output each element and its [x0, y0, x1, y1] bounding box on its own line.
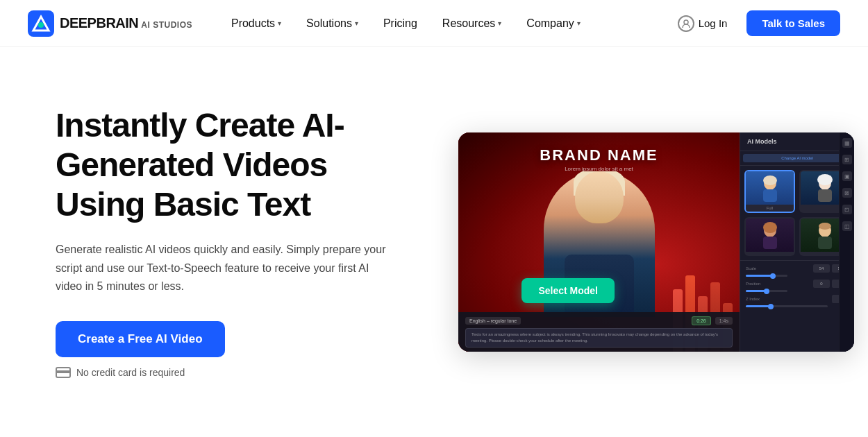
nav-item-company[interactable]: Company ▾	[515, 12, 591, 35]
navbar: DEEPBRAIN AI STUDIOS Products ▾ Solution…	[0, 0, 868, 47]
chevron-down-icon: ▾	[355, 19, 358, 27]
model-card-3[interactable]	[744, 217, 795, 256]
logo[interactable]: DEEPBRAIN AI STUDIOS	[28, 10, 192, 37]
position-x-input[interactable]: 0	[813, 280, 830, 288]
nav-item-pricing[interactable]: Pricing	[372, 12, 428, 35]
preview-controls: English – regular tone 0:26 1:4s Texts f…	[458, 312, 740, 352]
no-credit-card-notice: No credit card is required	[56, 367, 417, 378]
svg-rect-9	[818, 189, 832, 202]
preview-brand-overlay: BRAND NAME Lorem ipsum dolor sit a met	[458, 146, 740, 172]
time-badge-2: 1:4s	[715, 317, 733, 325]
nav-links: Products ▾ Solutions ▾ Pricing Resources…	[220, 12, 669, 35]
logo-brand: DEEPBRAIN	[60, 15, 138, 31]
preview-script-text[interactable]: Texts for an amazingness where subject i…	[465, 328, 733, 348]
svg-point-5	[763, 175, 777, 185]
nav-item-products[interactable]: Products ▾	[220, 12, 292, 35]
nav-item-resources[interactable]: Resources ▾	[431, 12, 512, 35]
scale-x-input[interactable]: 54	[813, 264, 830, 273]
hero-title: Instantly Create AI-Generated Videos Usi…	[56, 106, 417, 224]
scale-slider[interactable]	[746, 275, 787, 277]
app-preview: BRAND NAME Lorem ipsum dolor sit a met	[458, 132, 854, 352]
logo-sub: AI STUDIOS	[141, 20, 192, 30]
login-button[interactable]: Log In	[669, 10, 736, 37]
svg-point-3	[684, 20, 688, 24]
nav-right: Log In Talk to Sales	[669, 10, 840, 37]
position-label: Position	[746, 282, 760, 286]
scale-label: Scale	[746, 266, 756, 271]
preview-brand-text: BRAND NAME	[458, 146, 740, 164]
preview-main-area: BRAND NAME Lorem ipsum dolor sit a met	[458, 132, 740, 352]
hero-content: Instantly Create AI-Generated Videos Usi…	[56, 106, 417, 377]
panel-icon-5[interactable]: ⊡	[842, 205, 852, 214]
chevron-down-icon: ▾	[278, 19, 281, 27]
svg-rect-15	[818, 237, 832, 249]
model-grid: Full	[740, 166, 854, 260]
panel-icon-1[interactable]: ▦	[842, 138, 852, 148]
svg-point-2	[38, 22, 44, 28]
app-preview-container: BRAND NAME Lorem ipsum dolor sit a met	[458, 132, 854, 352]
hero-section: Instantly Create AI-Generated Videos Usi…	[0, 47, 868, 437]
chevron-down-icon: ▾	[498, 19, 501, 27]
hero-image: BRAND NAME Lorem ipsum dolor sit a met	[458, 132, 854, 352]
talk-to-sales-button[interactable]: Talk to Sales	[746, 10, 840, 36]
zindex-slider[interactable]	[746, 305, 828, 307]
select-model-button[interactable]: Select Model	[521, 278, 615, 303]
time-badge-1: 0:26	[692, 316, 711, 325]
panel-title: AI Models	[740, 132, 854, 151]
svg-point-11	[763, 222, 777, 233]
hero-description: Generate realistic AI videos quickly and…	[56, 241, 396, 295]
user-icon	[678, 15, 694, 32]
panel-icon-2[interactable]: ⊞	[842, 155, 852, 164]
panel-icon-3[interactable]: ▣	[842, 171, 852, 181]
logo-icon	[28, 10, 54, 37]
panel-icon-4[interactable]: ⊠	[842, 188, 852, 198]
zindex-label: Z Index	[746, 297, 760, 301]
ai-models-panel: AI Models Change Al model	[740, 132, 854, 352]
svg-rect-12	[763, 237, 777, 249]
side-icon-strip: ▦ ⊞ ▣ ⊠ ⊡ ◫	[839, 132, 854, 352]
create-free-video-button[interactable]: Create a Free AI Video	[56, 321, 225, 357]
position-slider[interactable]	[746, 290, 787, 292]
svg-point-14	[819, 223, 831, 230]
model-card-1[interactable]: Full	[744, 170, 795, 213]
svg-point-8	[817, 174, 833, 185]
properties-panel: Scale 54 54	[740, 260, 854, 313]
panel-icon-6[interactable]: ◫	[842, 221, 852, 231]
credit-card-icon	[56, 367, 71, 378]
panel-toolbar: Change Al model	[740, 151, 854, 166]
chevron-down-icon: ▾	[577, 19, 581, 27]
change-ai-model-btn[interactable]: Change Al model	[743, 154, 851, 162]
nav-item-solutions[interactable]: Solutions ▾	[295, 12, 369, 35]
language-badge: English – regular tone	[465, 317, 521, 325]
svg-rect-6	[763, 189, 777, 202]
